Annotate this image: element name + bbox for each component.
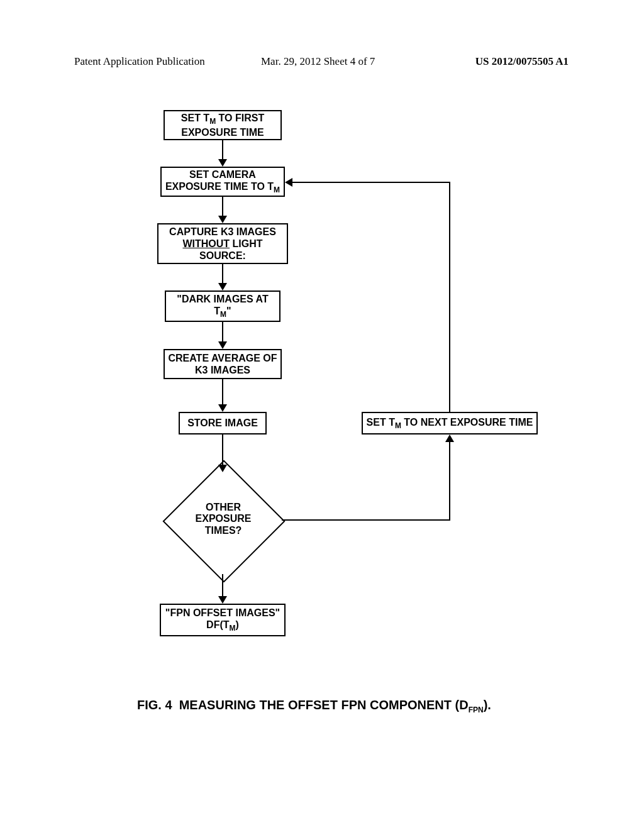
decision-label: OTHER EXPOSURE TIMES? [189, 502, 258, 536]
arrow [222, 140, 223, 160]
arrow [449, 182, 450, 412]
page: Patent Application Publication Mar. 29, … [0, 0, 644, 830]
header-middle: Mar. 29, 2012 Sheet 4 of 7 [261, 55, 375, 68]
step-label: "DARK IMAGES AT TM" [169, 293, 277, 319]
arrow-head-icon [218, 341, 227, 349]
arrow [282, 519, 450, 521]
step-label: STORE IMAGE [182, 417, 263, 429]
header-left: Patent Application Publication [74, 55, 205, 68]
arrow-head-icon [218, 159, 227, 167]
step-create-average: CREATE AVERAGE OF K3 IMAGES [164, 349, 282, 379]
arrow-head-icon [218, 216, 227, 223]
step-capture-images: CAPTURE K3 IMAGES WITHOUT LIGHT SOURCE: [157, 223, 288, 264]
step-label: CREATE AVERAGE OF K3 IMAGES [167, 352, 278, 376]
arrow [222, 197, 223, 217]
decision-other-exposures [162, 460, 285, 582]
step-label: SET CAMERA EXPOSURE TIME TO TM [164, 169, 281, 195]
step-label: SET TM TO NEXT EXPOSURE TIME [365, 416, 534, 431]
arrow-head-icon [218, 465, 227, 472]
arrow-head-icon [218, 596, 227, 604]
arrow-head-icon [445, 434, 454, 442]
step-label: "FPN OFFSET IMAGES" DF(TM) [164, 607, 282, 633]
arrow [222, 574, 223, 597]
step-set-camera-exposure: SET CAMERA EXPOSURE TIME TO TM [160, 167, 285, 197]
step-set-first-exposure: SET TM TO FIRST EXPOSURE TIME [164, 110, 282, 140]
figure-caption: FIG. 4 MEASURING THE OFFSET FPN COMPONEN… [137, 698, 491, 714]
arrow [222, 322, 223, 343]
arrow [222, 264, 223, 284]
arrow [292, 182, 450, 183]
step-dark-images: "DARK IMAGES AT TM" [165, 290, 280, 322]
header-right: US 2012/0075505 A1 [475, 55, 569, 68]
arrow [449, 442, 450, 521]
step-fpn-offset-images: "FPN OFFSET IMAGES" DF(TM) [160, 604, 286, 636]
step-label: CAPTURE K3 IMAGES WITHOUT LIGHT SOURCE: [161, 226, 284, 262]
step-set-next-exposure: SET TM TO NEXT EXPOSURE TIME [362, 412, 538, 434]
arrow-head-icon [218, 404, 227, 412]
step-store-image: STORE IMAGE [179, 412, 267, 434]
step-label: SET TM TO FIRST EXPOSURE TIME [167, 112, 278, 138]
arrow-head-icon [218, 283, 227, 290]
arrow [222, 379, 223, 406]
arrow [222, 434, 223, 466]
arrow-head-icon [285, 178, 292, 187]
